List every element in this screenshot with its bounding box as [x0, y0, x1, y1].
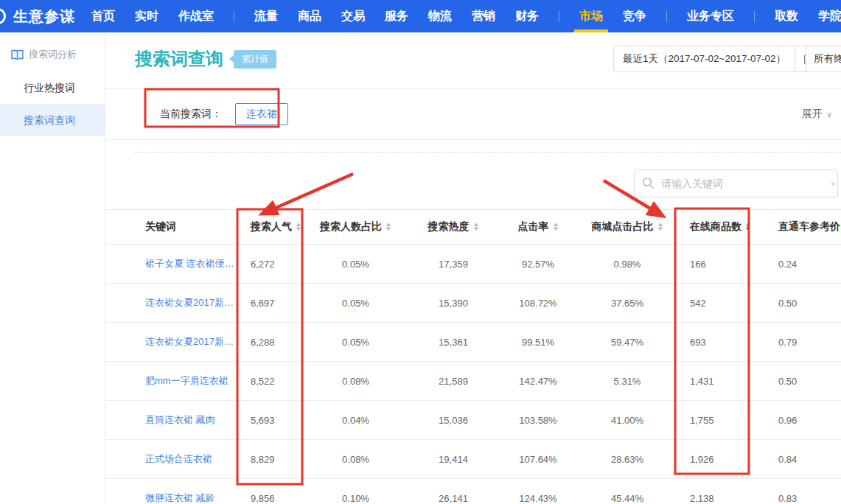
nav-item[interactable]: 财务	[515, 0, 539, 32]
value-cell: 2,138	[676, 479, 749, 504]
column-header[interactable]: 搜索人气▲▼	[237, 210, 302, 245]
value-cell: 0.50	[749, 362, 841, 401]
table-row: 微胖连衣裙 减龄9,8560.10%26,141124.43%45.44%2,1…	[105, 479, 841, 504]
value-cell: 8,829	[237, 440, 302, 479]
value-cell: 17,359	[409, 245, 498, 284]
column-header[interactable]: 在线商品数▲▼	[676, 210, 749, 245]
terminal-filter-label: 所有终端	[814, 52, 841, 66]
keyword-search: ×	[634, 169, 838, 197]
keyword-cell[interactable]: 肥mm一字肩连衣裙	[105, 362, 237, 401]
table-row: 肥mm一字肩连衣裙8,5220.08%21,589142.47%5.31%1,4…	[105, 362, 841, 401]
table-header-row: 关键词搜索人气▲▼搜索人数占比▲▼搜索热度▲▼点击率▲▼商城点击占比▲▼在线商品…	[105, 210, 841, 245]
value-cell: 142.47%	[498, 362, 579, 401]
keyword-cell[interactable]: 裙子女夏 连衣裙便宜5...	[105, 245, 237, 284]
keyword-cell[interactable]: 连衣裙女夏2017新款...	[105, 323, 237, 362]
nav-item[interactable]: 实时	[135, 0, 158, 32]
value-cell: 5.31%	[579, 362, 676, 401]
clear-icon[interactable]: ×	[830, 178, 836, 189]
nav-item[interactable]: 业务专区	[687, 0, 734, 32]
sort-icon[interactable]: ▲▼	[473, 223, 479, 231]
nav-divider	[666, 11, 667, 22]
nav-item[interactable]: 竞争	[623, 0, 646, 32]
cumulative-value-badge: 累计值	[234, 50, 276, 69]
column-header: 关键词	[105, 210, 237, 245]
column-header[interactable]: 直通车参考价▲▼	[749, 210, 841, 245]
nav-item[interactable]: 学院	[818, 0, 841, 32]
terminal-filter-dropdown[interactable]: 所有终端	[806, 46, 841, 72]
value-cell: 1,926	[676, 440, 749, 479]
nav-divider	[754, 11, 755, 22]
nav-item[interactable]: 流量	[254, 0, 278, 32]
value-cell: 5,693	[237, 401, 302, 440]
sort-icon[interactable]: ▲▼	[745, 223, 751, 231]
value-cell: 1,755	[676, 401, 749, 440]
nav-item[interactable]: 服务	[385, 0, 408, 32]
sort-icon[interactable]: ▲▼	[296, 223, 301, 231]
nav-divider	[559, 11, 559, 22]
keyword-tag[interactable]: 连衣裙	[235, 103, 288, 125]
value-cell: 542	[676, 284, 749, 323]
nav-item[interactable]: 作战室	[178, 0, 214, 32]
value-cell: 0.83	[749, 479, 841, 504]
value-cell: 9,856	[237, 479, 302, 504]
current-keyword-bar: 当前搜索词： 连衣裙 展开 ∨	[105, 88, 841, 140]
date-range-picker: 最近1天（2017-07-02~2017-07-02） 15	[613, 46, 824, 72]
value-cell: 166	[676, 245, 749, 284]
top-navbar: 生意参谋 首页实时作战室流量商品交易服务物流营销财务市场竞争业务专区取数学院	[0, 0, 841, 32]
nav-item[interactable]: 取数	[775, 0, 798, 32]
table-row: 裙子女夏 连衣裙便宜5...6,2720.05%17,35992.57%0.98…	[105, 245, 841, 284]
keyword-cell[interactable]: 直筒连衣裙 藏肉	[105, 401, 237, 440]
expand-toggle[interactable]: 展开 ∨	[802, 108, 832, 121]
search-icon	[642, 177, 655, 192]
value-cell: 15,361	[409, 323, 498, 362]
sort-icon[interactable]: ▲▼	[553, 223, 559, 231]
nav-item[interactable]: 交易	[341, 0, 365, 32]
brand-name: 生意参谋	[13, 7, 75, 27]
keyword-cell[interactable]: 连衣裙女夏2017新款...	[105, 284, 237, 323]
brand-logo[interactable]: 生意参谋	[0, 7, 75, 27]
page-head: 搜索词查询 累计值 最近1天（2017-07-02~2017-07-02） 15…	[105, 32, 841, 88]
column-header[interactable]: 搜索热度▲▼	[409, 210, 498, 245]
column-label: 搜索人气	[251, 220, 292, 232]
sidebar-item[interactable]: 行业热搜词	[0, 71, 105, 104]
value-cell: 8,522	[237, 362, 302, 401]
value-cell: 15,036	[409, 401, 498, 440]
nav-item[interactable]: 市场	[579, 0, 603, 32]
page-title: 搜索词查询	[135, 47, 223, 71]
navbar-menu: 首页实时作战室流量商品交易服务物流营销财务市场竞争业务专区取数学院	[91, 0, 841, 32]
value-cell: 28.63%	[579, 440, 676, 479]
value-cell: 21,589	[409, 362, 498, 401]
value-cell: 0.08%	[302, 440, 409, 479]
value-cell: 45.44%	[579, 479, 676, 504]
table-row: 连衣裙女夏2017新款...6,2880.05%15,36199.51%59.4…	[105, 323, 841, 362]
column-header[interactable]: 商城点击占比▲▼	[579, 210, 676, 245]
sort-icon[interactable]: ▲▼	[385, 223, 391, 231]
column-label: 点击率	[518, 220, 549, 232]
value-cell: 108.72%	[498, 284, 579, 323]
table-row: 正式场合连衣裙8,8290.08%19,414107.64%28.63%1,92…	[105, 440, 841, 479]
value-cell: 0.96	[749, 401, 841, 440]
nav-item[interactable]: 首页	[91, 0, 115, 32]
value-cell: 0.05%	[302, 323, 409, 362]
nav-item[interactable]: 物流	[428, 0, 452, 32]
nav-item[interactable]: 营销	[472, 0, 495, 32]
value-cell: 59.47%	[579, 323, 676, 362]
column-header[interactable]: 搜索人数占比▲▼	[302, 210, 409, 245]
value-cell: 693	[676, 323, 749, 362]
sort-icon[interactable]: ▲▼	[657, 223, 663, 231]
sidebar-item[interactable]: 搜索词查询	[0, 104, 105, 136]
nav-item[interactable]: 商品	[298, 0, 321, 32]
keyword-cell[interactable]: 微胖连衣裙 减龄	[105, 479, 237, 504]
keyword-cell[interactable]: 正式场合连衣裙	[105, 440, 237, 479]
value-cell: 6,697	[237, 284, 302, 323]
chevron-down-icon: ∨	[826, 110, 832, 119]
column-header[interactable]: 点击率▲▼	[498, 210, 579, 245]
value-cell: 0.79	[749, 323, 841, 362]
date-range-button[interactable]: 最近1天（2017-07-02~2017-07-02）	[613, 46, 795, 72]
value-cell: 0.08%	[302, 362, 409, 401]
search-input[interactable]	[634, 169, 838, 197]
expand-label: 展开	[802, 108, 823, 121]
value-cell: 0.05%	[302, 284, 409, 323]
sidebar-section-label: 搜索词分析	[29, 48, 77, 61]
value-cell: 19,414	[409, 440, 498, 479]
